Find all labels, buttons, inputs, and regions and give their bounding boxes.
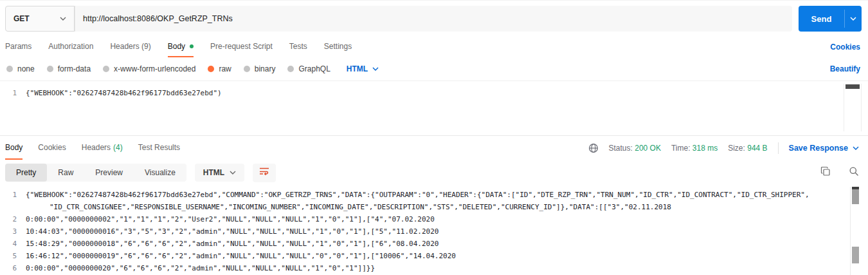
- tab-body[interactable]: Body: [168, 37, 194, 57]
- network-globe-icon[interactable]: [588, 143, 599, 153]
- cookies-link[interactable]: Cookies: [830, 37, 860, 57]
- url-bar: GET http://localhost:8086/OKP_GetRZP_TRN…: [0, 1, 868, 37]
- view-label: Visualize: [145, 168, 176, 177]
- response-line-wrapped: "ID_CTR_CONSIGNEE","RESPONSIBLE_USERNAME…: [0, 201, 868, 213]
- radio-label: binary: [255, 64, 276, 73]
- method-select[interactable]: GET: [5, 6, 75, 32]
- response-line: 5 16:46:12","0000000019","6","6","6","2"…: [0, 250, 868, 262]
- request-body-editor[interactable]: 1 {"WEBHOOK":"02627487428b462f96177bdd63…: [0, 81, 868, 135]
- copy-response-button[interactable]: [820, 166, 831, 179]
- size-value: 944 B: [747, 144, 767, 153]
- line-number: 2: [0, 213, 26, 225]
- response-tab-body[interactable]: Body: [5, 136, 23, 160]
- radio-binary[interactable]: binary: [244, 64, 276, 73]
- request-tabs: Params Authorization Headers (9) Body Pr…: [0, 37, 868, 57]
- format-label: HTML: [347, 64, 368, 73]
- tab-label: Params: [5, 42, 32, 51]
- response-toolbar: Pretty Raw Preview Visualize HTML: [0, 160, 868, 185]
- response-line-text: 0:00:00","0000000020","6","6","6","2","a…: [26, 262, 375, 274]
- radio-dot-selected: [208, 66, 214, 72]
- save-response-button[interactable]: Save Response: [789, 144, 859, 153]
- tab-label: Body: [5, 143, 23, 152]
- send-options-chevron[interactable]: [845, 6, 862, 32]
- tab-settings[interactable]: Settings: [324, 37, 352, 57]
- time-label: Time:: [671, 144, 691, 153]
- response-scrollbar-thumb[interactable]: [852, 189, 859, 204]
- response-line-text: {"WEBHOOK":"02627487428b462f96177bdd63e2…: [26, 189, 809, 201]
- tab-label: Body: [168, 42, 185, 51]
- tab-tests[interactable]: Tests: [289, 37, 307, 57]
- format-label: HTML: [203, 168, 224, 177]
- response-tab-cookies[interactable]: Cookies: [38, 136, 66, 160]
- body-type-bar: none form-data x-www-form-urlencoded raw…: [0, 57, 868, 81]
- radio-form-data[interactable]: form-data: [47, 64, 91, 73]
- editor-scrollbar-thumb[interactable]: [845, 84, 860, 89]
- body-has-content-dot: [190, 44, 194, 48]
- view-label: Preview: [95, 168, 123, 177]
- url-value: http://localhost:8086/OKP_GetRZP_TRNs: [83, 14, 233, 23]
- response-meta: Status: 200 OK Time: 318 ms Size: 944 B …: [588, 136, 859, 160]
- tab-params[interactable]: Params: [5, 37, 32, 57]
- url-input[interactable]: http://localhost:8086/OKP_GetRZP_TRNs: [75, 6, 792, 32]
- status-value: 200 OK: [635, 144, 661, 153]
- response-line: 1 {"WEBHOOK":"02627487428b462f96177bdd63…: [0, 189, 868, 201]
- time-value: 318 ms: [692, 144, 718, 153]
- size-badge: Size: 944 B: [728, 144, 767, 153]
- send-label: Send: [799, 6, 844, 32]
- search-response-button[interactable]: [849, 166, 859, 179]
- line-number: 5: [0, 250, 26, 262]
- response-scrollbar[interactable]: [850, 187, 860, 275]
- tab-label: Authorization: [48, 42, 93, 51]
- radio-label: raw: [219, 64, 231, 73]
- radio-x-www-form-urlencoded[interactable]: x-www-form-urlencoded: [103, 64, 195, 73]
- editor-line: 1 {"WEBHOOK":"02627487428b462f96177bdd63…: [0, 81, 868, 99]
- response-tab-test-results[interactable]: Test Results: [138, 136, 180, 160]
- chevron-down-icon: [60, 17, 66, 21]
- response-line-text: 0:00:00","0000000002","1","1","1","2","U…: [26, 213, 435, 225]
- wrap-lines-button[interactable]: [253, 164, 276, 182]
- view-preview-button[interactable]: Preview: [84, 164, 134, 182]
- response-line: 3 10:44:03","0000000016","3","5","3","2"…: [0, 225, 868, 238]
- line-number: [0, 201, 26, 213]
- send-button[interactable]: Send: [799, 6, 862, 32]
- tab-headers[interactable]: Headers (9): [110, 37, 150, 57]
- response-format-select[interactable]: HTML: [195, 164, 244, 182]
- chevron-down-icon: [853, 146, 859, 150]
- search-icon: [849, 166, 859, 179]
- tab-authorization[interactable]: Authorization: [48, 37, 93, 57]
- status-label: Status:: [609, 144, 633, 153]
- tab-label: Test Results: [138, 143, 180, 152]
- beautify-link[interactable]: Beautify: [830, 64, 860, 73]
- page-scrollbar-thumb[interactable]: [852, 247, 859, 263]
- response-header: Body Cookies Headers (4) Test Results St…: [0, 136, 868, 160]
- response-line-text: 10:44:03","0000000016","3","5","3","2","…: [26, 225, 439, 238]
- radio-raw[interactable]: raw: [208, 64, 231, 73]
- radio-dot: [103, 66, 109, 72]
- view-pretty-button[interactable]: Pretty: [5, 164, 47, 182]
- tab-label: Headers (9): [110, 42, 150, 51]
- radio-none[interactable]: none: [6, 64, 35, 73]
- response-tab-headers[interactable]: Headers (4): [82, 136, 123, 160]
- view-raw-button[interactable]: Raw: [47, 164, 84, 182]
- line-number: 3: [0, 225, 26, 238]
- tab-label: Settings: [324, 42, 352, 51]
- response-line-text: 16:46:12","0000000019","6","6","6","2","…: [26, 250, 456, 262]
- raw-format-select[interactable]: HTML: [347, 64, 379, 73]
- editor-scrollbar[interactable]: [844, 84, 862, 131]
- response-line-text: 15:48:29","0000000018","6","6","6","2","…: [26, 238, 439, 250]
- vertical-divider: [778, 142, 779, 154]
- status-badge: Status: 200 OK: [609, 144, 661, 153]
- spacer: [195, 136, 588, 160]
- response-body-viewer[interactable]: 1 {"WEBHOOK":"02627487428b462f96177bdd63…: [0, 185, 868, 275]
- view-label: Pretty: [16, 168, 36, 177]
- tab-pre-request-script[interactable]: Pre-request Script: [210, 37, 273, 57]
- time-badge: Time: 318 ms: [671, 144, 718, 153]
- response-line: 4 15:48:29","0000000018","6","6","6","2"…: [0, 238, 868, 250]
- view-label: Raw: [58, 168, 73, 177]
- save-response-label: Save Response: [789, 144, 848, 153]
- request-response-panel: GET http://localhost:8086/OKP_GetRZP_TRN…: [0, 0, 868, 275]
- tab-label: Cookies: [38, 143, 66, 152]
- radio-label: form-data: [58, 64, 91, 73]
- radio-graphql[interactable]: GraphQL: [287, 64, 330, 73]
- view-visualize-button[interactable]: Visualize: [134, 164, 186, 182]
